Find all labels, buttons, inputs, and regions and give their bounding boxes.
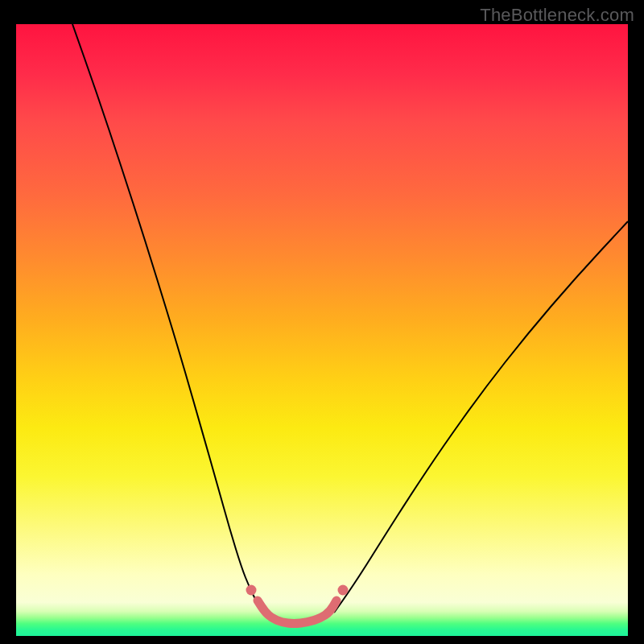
chart-frame: TheBottleneck.com <box>0 0 644 644</box>
svg-point-0 <box>246 585 257 596</box>
watermark-label: TheBottleneck.com <box>480 5 634 26</box>
curve-overlay <box>16 24 628 636</box>
svg-point-1 <box>338 585 349 596</box>
plot-area <box>16 24 628 636</box>
